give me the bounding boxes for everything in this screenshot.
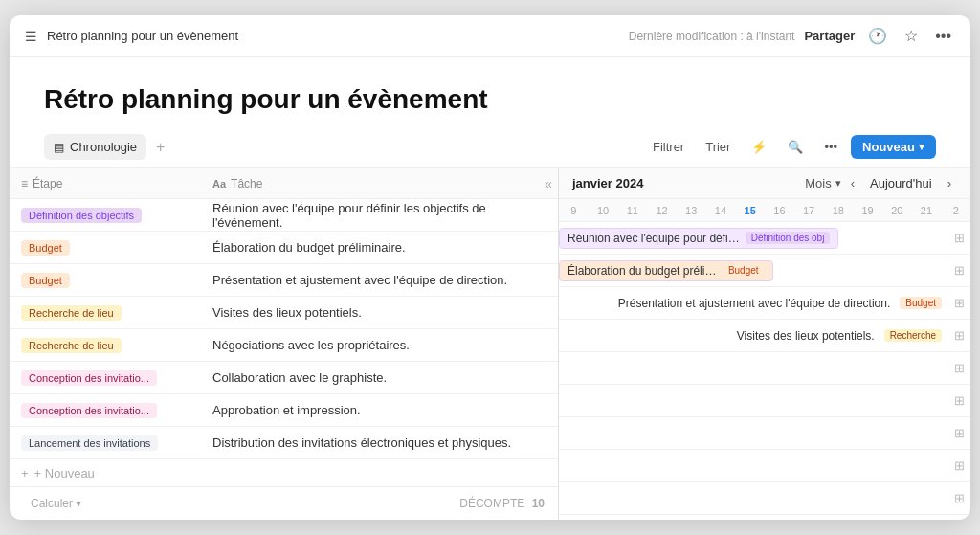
- cell-tache-1: Élaboration du budget préliminaire.: [201, 240, 558, 255]
- cell-tache-3: Visites des lieux potentiels.: [201, 305, 558, 320]
- timeline-row: ⊞: [559, 417, 970, 450]
- cell-etape-6: Conception des invitatio...: [10, 403, 201, 418]
- dates-row: 91011121314151617181920212: [559, 199, 970, 222]
- tab-chronologie[interactable]: ▤ Chronologie: [44, 134, 146, 160]
- cell-etape-4: Recherche de lieu: [10, 338, 201, 353]
- table-row[interactable]: Recherche de lieu Négociations avec les …: [10, 329, 558, 362]
- add-tab-button[interactable]: +: [150, 135, 170, 160]
- chronologie-tab-icon: ▤: [54, 141, 64, 154]
- table-row[interactable]: Budget Présentation et ajustement avec l…: [10, 264, 558, 297]
- tl-text-2: Présentation et ajustement avec l'équipe…: [618, 297, 890, 310]
- left-table-wrapper: ≡ Étape Aa Tâche « Définition des object…: [10, 168, 559, 520]
- expand-icon-5[interactable]: ⊞: [954, 393, 965, 408]
- tab-chronologie-label: Chronologie: [70, 140, 137, 154]
- timeline-row: Réunion avec l'équipe pour définir les o…: [559, 222, 970, 255]
- date-cell: 2: [941, 205, 970, 216]
- cell-tache-0: Réunion avec l'équipe pour définir les o…: [201, 201, 558, 230]
- expand-icon-8[interactable]: ⊞: [954, 491, 965, 505]
- today-button[interactable]: Aujourd'hui: [864, 174, 938, 192]
- col-etape-label: Étape: [33, 177, 62, 190]
- tabs-row: ▤ Chronologie +: [44, 134, 170, 160]
- decompte: DÉCOMPTE 10: [459, 497, 545, 510]
- date-cell: 14: [706, 205, 736, 216]
- add-new-icon: +: [21, 466, 29, 480]
- date-cell: 9: [559, 205, 589, 216]
- calculate-button[interactable]: Calculer ▾: [23, 493, 89, 514]
- more-options-icon[interactable]: •••: [931, 26, 955, 47]
- col-etape-icon: ≡: [21, 177, 28, 190]
- tag-7: Lancement des invitations: [21, 435, 158, 451]
- cell-etape-2: Budget: [10, 273, 201, 288]
- titlebar-right: Dernière modification : à l'instant Part…: [629, 25, 955, 47]
- expand-icon-4[interactable]: ⊞: [954, 361, 965, 375]
- decompte-label: DÉCOMPTE: [459, 497, 524, 510]
- tl-tag-3: Recherche: [884, 329, 942, 342]
- timeline-header: janvier 2024 Mois ▾ ‹ Aujourd'hui ›: [559, 168, 970, 199]
- view-mode-chevron: ▾: [835, 177, 841, 189]
- table-row[interactable]: Lancement des invitations Distribution d…: [10, 427, 558, 459]
- add-new-row[interactable]: + + Nouveau: [10, 460, 558, 486]
- cell-tache-5: Collaboration avec le graphiste.: [201, 370, 558, 385]
- page-content: Rétro planning pour un évènement ▤ Chron…: [10, 57, 970, 160]
- filter-button[interactable]: Filtrer: [645, 136, 692, 158]
- table-body: Définition des objectifs Réunion avec l'…: [10, 199, 558, 460]
- date-cell: 19: [853, 205, 882, 216]
- tag-0: Définition des objectifs: [21, 208, 142, 223]
- toolbar-right: Filtrer Trier ⚡ 🔍 ••• Nouveau ▾: [645, 135, 936, 159]
- cell-etape-3: Recherche de lieu: [10, 305, 201, 321]
- expand-icon-1[interactable]: ⊞: [954, 263, 965, 278]
- share-button[interactable]: Partager: [804, 29, 855, 43]
- last-modified-text: Dernière modification : à l'instant: [629, 30, 795, 43]
- search-button[interactable]: 🔍: [780, 136, 811, 158]
- table-row[interactable]: Définition des objectifs Réunion avec l'…: [10, 199, 558, 232]
- tl-bar-0[interactable]: Réunion avec l'équipe pour définir les o…: [559, 228, 838, 249]
- menu-icon[interactable]: ☰: [25, 29, 37, 44]
- favorite-icon[interactable]: ☆: [901, 25, 922, 47]
- tl-bar-1[interactable]: Élaboration du budget préliminaire. Budg…: [559, 260, 773, 281]
- expand-icon-6[interactable]: ⊞: [954, 426, 965, 440]
- date-cell: 13: [677, 205, 706, 216]
- table-row[interactable]: Conception des invitatio... Collaboratio…: [10, 362, 558, 394]
- table-row[interactable]: Budget Élaboration du budget préliminair…: [10, 232, 558, 264]
- tag-3: Recherche de lieu: [21, 305, 122, 321]
- table-footer: Calculer ▾ DÉCOMPTE 10: [10, 486, 558, 520]
- cell-tache-4: Négociations avec les propriétaires.: [201, 338, 558, 352]
- date-cell: 11: [617, 205, 647, 216]
- table-row[interactable]: Conception des invitatio... Approbation …: [10, 394, 558, 427]
- col-tache-icon: Aa: [212, 178, 226, 189]
- expand-icon-0[interactable]: ⊞: [954, 231, 965, 245]
- timeline-row: ⊞: [559, 352, 970, 385]
- cell-tache-2: Présentation et ajustement avec l'équipe…: [201, 273, 558, 287]
- expand-icon-7[interactable]: ⊞: [954, 458, 965, 473]
- timeline-row: ⊞: [559, 515, 970, 520]
- new-button[interactable]: Nouveau ▾: [851, 135, 936, 159]
- date-cell: 15: [735, 205, 765, 216]
- table-row[interactable]: Recherche de lieu Visites des lieux pote…: [10, 297, 558, 329]
- next-month-button[interactable]: ›: [942, 174, 957, 192]
- new-button-label: Nouveau: [862, 140, 915, 154]
- cell-tache-6: Approbation et impression.: [201, 403, 558, 417]
- date-cell: 16: [765, 205, 794, 216]
- timeline-rows: Réunion avec l'équipe pour définir les o…: [559, 222, 970, 520]
- expand-icon-3[interactable]: ⊞: [954, 328, 965, 343]
- page-title: Rétro planning pour un évènement: [44, 84, 936, 115]
- timeline-row: ⊞: [559, 482, 970, 515]
- tag-2: Budget: [21, 273, 70, 288]
- more-button[interactable]: •••: [816, 136, 845, 158]
- view-mode-label: Mois: [805, 176, 831, 190]
- tl-bar-tag-1: Budget: [723, 264, 765, 277]
- timeline-row: Élaboration du budget préliminaire. Budg…: [559, 255, 970, 287]
- sort-button[interactable]: Trier: [698, 136, 738, 158]
- cell-tache-7: Distribution des invitations électroniqu…: [201, 435, 558, 450]
- prev-month-button[interactable]: ‹: [845, 174, 860, 192]
- tl-tag-2: Budget: [900, 297, 942, 309]
- bolt-button[interactable]: ⚡: [744, 136, 774, 158]
- table-header: ≡ Étape Aa Tâche «: [10, 168, 558, 199]
- tabs-toolbar: ▤ Chronologie + Filtrer Trier ⚡ 🔍 ••• No…: [44, 134, 936, 160]
- collapse-button[interactable]: «: [545, 176, 552, 191]
- expand-icon-2[interactable]: ⊞: [954, 296, 965, 310]
- add-new-label: + Nouveau: [34, 466, 95, 480]
- tag-6: Conception des invitatio...: [21, 403, 157, 418]
- history-icon[interactable]: 🕐: [864, 25, 891, 47]
- cell-etape-0: Définition des objectifs: [10, 208, 201, 223]
